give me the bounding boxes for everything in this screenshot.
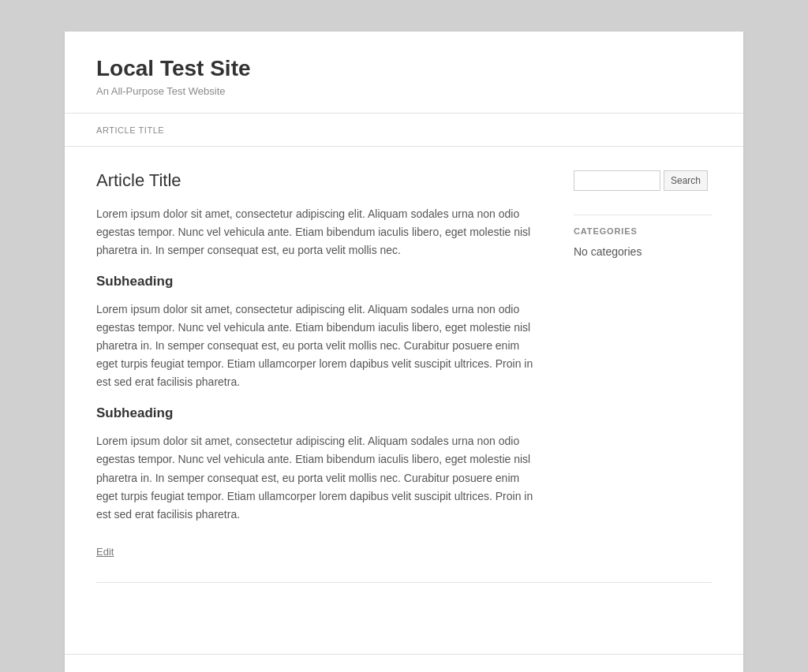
site-description: An All-Purpose Test Website <box>96 85 712 97</box>
subheading-2: Subheading <box>96 405 542 421</box>
search-input[interactable] <box>574 170 660 191</box>
subheading-1: Subheading <box>96 274 542 289</box>
site-header: Local Test Site An All-Purpose Test Webs… <box>65 32 743 114</box>
breadcrumb-label: Article Title <box>96 125 164 135</box>
no-categories-label: No categories <box>574 245 712 258</box>
categories-heading: Categories <box>574 215 712 236</box>
main-content: Article Title Lorem ipsum dolor sit amet… <box>96 170 542 558</box>
article-title: Article Title <box>96 170 542 191</box>
search-button[interactable]: Search <box>664 170 708 191</box>
edit-link[interactable]: Edit <box>96 546 114 558</box>
sidebar: Search Categories No categories <box>574 170 712 558</box>
search-form: Search <box>574 170 712 191</box>
section-2-paragraph: Lorem ipsum dolor sit amet, consectetur … <box>96 432 542 523</box>
content-wrapper: Article Title Lorem ipsum dolor sit amet… <box>65 147 743 582</box>
section-1-paragraph: Lorem ipsum dolor sit amet, consectetur … <box>96 301 542 391</box>
site-footer: Proudly powered by WordPress <box>65 654 743 672</box>
site-title: Local Test Site <box>96 55 712 82</box>
footer-spacer <box>65 583 743 654</box>
article-body: Lorem ipsum dolor sit amet, consectetur … <box>96 205 542 524</box>
breadcrumb: Article Title <box>65 114 743 147</box>
intro-paragraph: Lorem ipsum dolor sit amet, consectetur … <box>96 205 542 259</box>
site-wrapper: Local Test Site An All-Purpose Test Webs… <box>65 32 743 672</box>
